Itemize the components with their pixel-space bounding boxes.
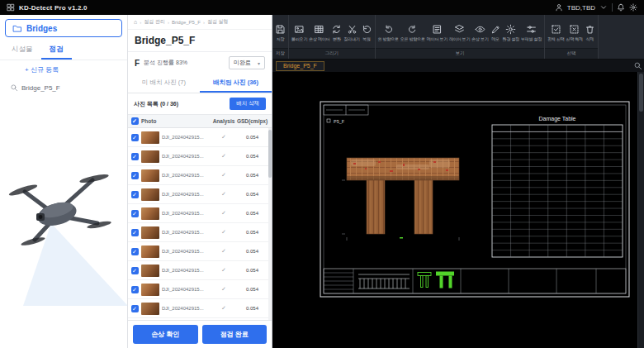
- ribbon-button-rotate-right[interactable]: 오른 방향으로: [400, 22, 426, 43]
- ribbon-button-memo[interactable]: 메모: [490, 22, 502, 43]
- photo-row[interactable]: ✓DJI_2024042915...✓0.054: [128, 166, 272, 185]
- photo-row[interactable]: ✓DJI_2024042915...✓0.054: [128, 204, 272, 223]
- row-checkbox[interactable]: ✓: [131, 248, 139, 255]
- row-checkbox[interactable]: ✓: [131, 286, 139, 293]
- gear-icon[interactable]: [629, 3, 637, 12]
- ribbon-button-label: 손상 보기: [471, 36, 488, 41]
- damage-check-button[interactable]: 손상 확인: [133, 325, 198, 344]
- ribbon-button-convert[interactable]: 변환: [330, 22, 343, 43]
- folder-icon: [12, 23, 22, 33]
- row-checkbox[interactable]: ✓: [131, 191, 139, 198]
- ribbon-button-label: 선택 해제: [566, 36, 583, 41]
- pier-image[interactable]: [342, 158, 459, 241]
- tab-placed-photos[interactable]: 배치된 사진 (36): [200, 74, 272, 93]
- gsd-value: 0.054: [235, 230, 269, 235]
- photo-row[interactable]: ✓DJI_2024042915...✓0.054: [128, 261, 272, 280]
- topbar: KD-Detect Pro v1.2.0 TBD,TBD: [0, 0, 644, 15]
- ribbon-button-image[interactable]: 불러오기: [291, 22, 308, 43]
- row-checkbox[interactable]: ✓: [131, 134, 139, 141]
- photo-row[interactable]: ✓DJI_2024042915...✓0.054: [128, 299, 272, 318]
- ribbon-button-rotate-left[interactable]: 왼 방향으로: [377, 22, 400, 43]
- restore-icon: [362, 24, 372, 35]
- delete-placement-button[interactable]: 배치 삭제: [230, 98, 266, 110]
- analysis-check: ✓: [212, 267, 235, 274]
- tab-facilities[interactable]: 시설물: [3, 41, 41, 60]
- ribbon-button-label: 전체 선택: [547, 36, 564, 41]
- analysis-check: ✓: [212, 153, 235, 160]
- breadcrumb: ⌂ › 점검 관리 › Bridge_P5_F › 점검 실행: [128, 15, 272, 30]
- viewer-scrollbar-thumb[interactable]: [639, 74, 643, 112]
- photo-row[interactable]: ✓DJI_2024042915...✓0.054: [128, 147, 272, 166]
- ribbon-button-restore[interactable]: 복원: [361, 22, 373, 43]
- row-checkbox[interactable]: ✓: [131, 229, 139, 236]
- row-checkbox[interactable]: ✓: [131, 172, 139, 179]
- sliders-icon: [526, 24, 537, 35]
- breadcrumb-separator: ›: [203, 20, 205, 25]
- row-checkbox[interactable]: ✓: [131, 210, 139, 217]
- photo-thumbnail: [141, 303, 159, 315]
- row-checkbox[interactable]: ✓: [131, 267, 139, 274]
- photo-row[interactable]: ✓DJI_2024042915...✓0.054: [128, 185, 272, 204]
- ribbon-button-table[interactable]: 손상 데이터: [308, 22, 330, 43]
- status-select[interactable]: 미완료 ▾: [229, 56, 265, 69]
- table-scrollbar[interactable]: [268, 128, 272, 320]
- ribbon-button-delete[interactable]: 삭제: [584, 22, 596, 43]
- ribbon-button-cut[interactable]: 잘라내기: [343, 22, 360, 43]
- inspection-complete-button[interactable]: 점검 완료: [202, 325, 268, 344]
- tab-inspection[interactable]: 점검: [41, 41, 72, 60]
- photo-row[interactable]: ✓DJI_2024042915...✓0.054: [128, 280, 272, 299]
- add-registration-button[interactable]: + 신규 등록: [0, 60, 127, 76]
- grade-label: F: [135, 59, 140, 68]
- bell-icon[interactable]: [617, 3, 625, 12]
- analysis-check: ✓: [212, 286, 235, 293]
- ribbon-button-eye[interactable]: 손상 보기: [471, 22, 489, 43]
- bridge-list-item[interactable]: Bridge_P5_F: [21, 84, 60, 92]
- ribbon-button-gear[interactable]: 환경 설정: [502, 22, 520, 43]
- viewer-tab[interactable]: Bridge_P5_F: [276, 61, 324, 71]
- user-icon[interactable]: [555, 3, 563, 12]
- select-all-checkbox[interactable]: ✓: [131, 117, 139, 125]
- breadcrumb-item[interactable]: Bridge_P5_F: [172, 20, 201, 25]
- photo-row[interactable]: ✓DJI_2024042915...✓0.054: [128, 318, 272, 320]
- breadcrumb-separator: ›: [168, 20, 169, 25]
- photo-name: DJI_2024042915...: [162, 230, 204, 235]
- sidebar-tabs: 시설물 점검: [0, 41, 127, 60]
- drone-image: [0, 141, 128, 306]
- ribbon-group-name: 그리기: [289, 48, 375, 59]
- zoom-icon[interactable]: [633, 61, 642, 70]
- ribbon-button-label: 환경 설정: [503, 36, 519, 41]
- select-all-icon: [551, 24, 561, 35]
- cad-canvas[interactable]: P5_F Damage Table: [272, 72, 637, 348]
- photo-row[interactable]: ✓DJI_2024042915...✓0.054: [128, 242, 272, 261]
- ribbon-button-select-all[interactable]: 전체 선택: [547, 22, 565, 43]
- ribbon-button-deselect[interactable]: 선택 해제: [566, 22, 584, 43]
- rotate-right-icon: [407, 24, 418, 35]
- analysis-check: ✓: [212, 191, 235, 198]
- photo-row[interactable]: ✓DJI_2024042915...✓0.054: [128, 223, 272, 242]
- ribbon-group: 전체 선택선택 해제삭제선택: [545, 15, 599, 59]
- breadcrumb-item[interactable]: 점검 실행: [207, 18, 229, 26]
- viewer-scrollbar[interactable]: [637, 72, 644, 348]
- ribbon-button-layers[interactable]: 레이어 보기: [448, 22, 471, 43]
- pier-thumbnails-highlighted[interactable]: [418, 272, 454, 288]
- ribbon-group-name: 선택: [545, 48, 598, 59]
- breadcrumb-item[interactable]: 점검 관리: [144, 18, 165, 26]
- row-checkbox[interactable]: ✓: [131, 305, 139, 312]
- ribbon-button-label: 부재별 설정: [521, 36, 542, 41]
- scrollbar-thumb[interactable]: [268, 130, 272, 178]
- tab-unplaced-photos[interactable]: 미 배치 사진 (7): [128, 74, 200, 93]
- chevron-down-icon[interactable]: [599, 3, 608, 12]
- sidebar-header[interactable]: Bridges: [5, 19, 122, 37]
- sidebar-search-row[interactable]: Bridge_P5_F: [0, 76, 127, 99]
- ribbon-button-save[interactable]: 저장: [274, 22, 286, 43]
- ribbon-button-data-view[interactable]: 데이터 보기: [426, 22, 448, 43]
- photo-name: DJI_2024042915...: [162, 211, 204, 216]
- photo-row[interactable]: ✓DJI_2024042915...✓0.054: [128, 128, 272, 147]
- row-checkbox[interactable]: ✓: [131, 153, 139, 160]
- home-icon[interactable]: ⌂: [134, 19, 137, 25]
- sidebar-title: Bridges: [26, 24, 57, 33]
- user-label[interactable]: TBD,TBD: [567, 4, 595, 12]
- ribbon-button-sliders[interactable]: 부재별 설정: [520, 22, 542, 43]
- gsd-value: 0.054: [235, 154, 269, 159]
- ribbon-toolbar: 저장저장불러오기손상 데이터변환잘라내기복원그리기왼 방향으로오른 방향으로데이…: [272, 15, 644, 60]
